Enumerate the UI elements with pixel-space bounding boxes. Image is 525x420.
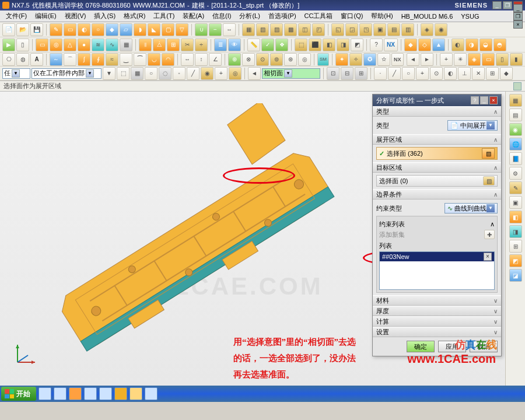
intent-prev-icon[interactable]: ◄ [248, 67, 261, 80]
box-icon[interactable]: ▭ [36, 38, 48, 51]
snap-5-icon[interactable]: ⊛ [284, 53, 297, 66]
curve-3-icon[interactable]: ∫ [78, 53, 90, 66]
face-selector-icon[interactable]: ▧ [483, 176, 495, 186]
menu-assembly[interactable]: 装配(A) [179, 11, 208, 21]
panel-title-bar[interactable]: 分析可成形性 — 一步式 ? _ × [373, 94, 501, 106]
menu-hbmould[interactable]: HB_MOULD M6.6 [398, 12, 457, 20]
measure-icon[interactable]: 📏 [247, 38, 260, 51]
graphics-viewport[interactable]: 1CAE.COM 用“选择意图”里的“相切面”去选的话，一选全部选到了，没办法再… [0, 92, 359, 386]
curve-7-icon[interactable]: ⁀ [134, 53, 146, 66]
res-1-icon[interactable]: ▦ [509, 94, 522, 107]
section-header-material[interactable]: 材料∨ [373, 295, 501, 306]
vis-icon[interactable]: 👁 [228, 38, 241, 51]
snap-1-icon[interactable]: ⊕ [228, 53, 241, 66]
select-face-unfold-button[interactable]: ✓ 选择面 (362) ▧ [376, 147, 498, 160]
datum-icon[interactable]: ◆ [106, 23, 118, 36]
asm-5-icon[interactable]: ◩ [351, 38, 363, 51]
panel-help-button[interactable]: ? [471, 96, 479, 104]
res-2-icon[interactable]: ▤ [509, 108, 522, 121]
grid-icon[interactable]: ▦ [120, 38, 132, 51]
chevron-down-icon[interactable]: ▼ [284, 69, 292, 78]
res-13-icon[interactable]: ◪ [509, 269, 522, 282]
hole-icon[interactable]: ○ [92, 23, 104, 36]
chamfer-icon[interactable]: ◣ [148, 23, 160, 36]
section-header-thickness[interactable]: 厚度∨ [373, 306, 501, 316]
mold-2-icon[interactable]: ▧ [256, 23, 269, 36]
snap-quad-icon[interactable]: + [416, 67, 429, 80]
curve-2-icon[interactable]: ⌒ [64, 53, 76, 66]
snap-4-icon[interactable]: ⊚ [270, 53, 283, 66]
dim-3-icon[interactable]: ∠ [209, 53, 222, 66]
taskbar-item-7[interactable] [130, 387, 142, 400]
ext-3-icon[interactable]: ✪ [363, 53, 376, 66]
new-icon[interactable]: 📄 [2, 23, 15, 36]
cone-icon[interactable]: △ [64, 38, 76, 51]
res-11-icon[interactable]: ⊞ [509, 240, 522, 253]
curve-1-icon[interactable]: ～ [50, 53, 62, 66]
selection-intent-combo[interactable]: 相切面 ▼ [262, 68, 320, 79]
ys-4-icon[interactable]: ◓ [494, 38, 506, 51]
dim-1-icon[interactable]: ↔ [181, 53, 194, 66]
sm-badge-icon[interactable]: SM [317, 53, 329, 66]
sphere-icon[interactable]: ● [78, 38, 90, 51]
trim-icon[interactable]: ✂ [181, 38, 194, 51]
mdi-minimize[interactable]: _ [513, 4, 523, 12]
mold-1-icon[interactable]: ▦ [242, 23, 255, 36]
menu-prefs[interactable]: 首选项(P) [265, 11, 300, 21]
select-face-target-button[interactable]: 选择面 (0) ▧ [376, 175, 498, 187]
hb-2-icon[interactable]: ◇ [418, 38, 431, 51]
dim-2-icon[interactable]: ↕ [195, 53, 208, 66]
chevron-down-icon[interactable]: ▼ [86, 69, 94, 78]
snap-near-icon[interactable]: ✕ [472, 67, 485, 80]
filter-1-icon[interactable]: ▼ [103, 67, 116, 80]
sel-1-icon[interactable]: ⊡ [327, 67, 340, 80]
snap-end-icon[interactable]: · [374, 67, 387, 80]
blend-icon[interactable]: ◗ [134, 23, 146, 36]
sel-2-icon[interactable]: ⊟ [341, 67, 354, 80]
section-header-unfold[interactable]: 展开区域∧ [373, 134, 501, 145]
menu-help[interactable]: 帮助(H) [368, 11, 396, 21]
hb-1-icon[interactable]: ◆ [404, 38, 417, 51]
res-4-icon[interactable]: 🌐 [509, 138, 522, 150]
ext-2-icon[interactable]: ✧ [349, 53, 362, 66]
snap-int-icon[interactable]: ⊙ [430, 67, 443, 80]
taskbar-item-2[interactable] [54, 387, 66, 400]
menu-cctoolbox[interactable]: CC工具箱 [301, 11, 337, 21]
asm-1-icon[interactable]: ⬚ [295, 38, 307, 51]
taskbar-item-8[interactable] [145, 387, 158, 400]
open-icon[interactable]: 📂 [16, 23, 29, 36]
mold-13-icon[interactable]: ◈ [421, 23, 433, 36]
start-button[interactable]: 开始 [1, 387, 36, 401]
menu-edit[interactable]: 编辑(E) [32, 11, 60, 21]
filter-3-icon[interactable]: ▦ [131, 67, 144, 80]
revolve-icon[interactable]: ◐ [78, 23, 90, 36]
ys-2-icon[interactable]: ◑ [466, 38, 478, 51]
type-select[interactable]: 📄 中间展开 ▼ [447, 120, 498, 131]
hb-3-icon[interactable]: ▲ [432, 38, 445, 51]
mold-5-icon[interactable]: ◫ [298, 23, 311, 36]
taskbar-item-3[interactable] [69, 387, 82, 400]
sel-3-icon[interactable]: ⊞ [355, 67, 368, 80]
instance-icon[interactable]: ⊞ [167, 38, 180, 51]
analyze-icon[interactable]: ❖ [275, 38, 288, 51]
mirror-icon[interactable]: ⧊ [153, 38, 166, 51]
curve-8-icon[interactable]: ◡ [148, 53, 160, 66]
section-header-type[interactable]: 类型∧ [373, 106, 501, 117]
mold-8-icon[interactable]: ◲ [345, 23, 358, 36]
mold-9-icon[interactable]: ◳ [359, 23, 372, 36]
scope-combo[interactable]: 仅在工作部件内部 ▼ [32, 68, 102, 79]
view-right-icon[interactable]: ▮ [510, 53, 523, 66]
ext-4-icon[interactable]: ✫ [377, 53, 390, 66]
curve-9-icon[interactable]: ◠ [162, 53, 174, 66]
menu-tools[interactable]: 工具(T) [150, 11, 178, 21]
curve-4-icon[interactable]: ∮ [92, 53, 104, 66]
ok-button[interactable]: 确定 [407, 341, 435, 352]
chevron-down-icon[interactable]: ▼ [487, 121, 495, 130]
surf-1-icon[interactable]: ≋ [92, 38, 104, 51]
constraint-listbox[interactable]: ##03New × [379, 251, 495, 290]
chevron-down-icon[interactable]: ▼ [12, 69, 20, 78]
filter-10-icon[interactable]: ◎ [229, 67, 242, 80]
asm-2-icon[interactable]: ⬛ [309, 38, 321, 51]
mold-12-icon[interactable]: ▥ [401, 23, 414, 36]
menu-analysis[interactable]: 分析(L) [236, 11, 263, 21]
